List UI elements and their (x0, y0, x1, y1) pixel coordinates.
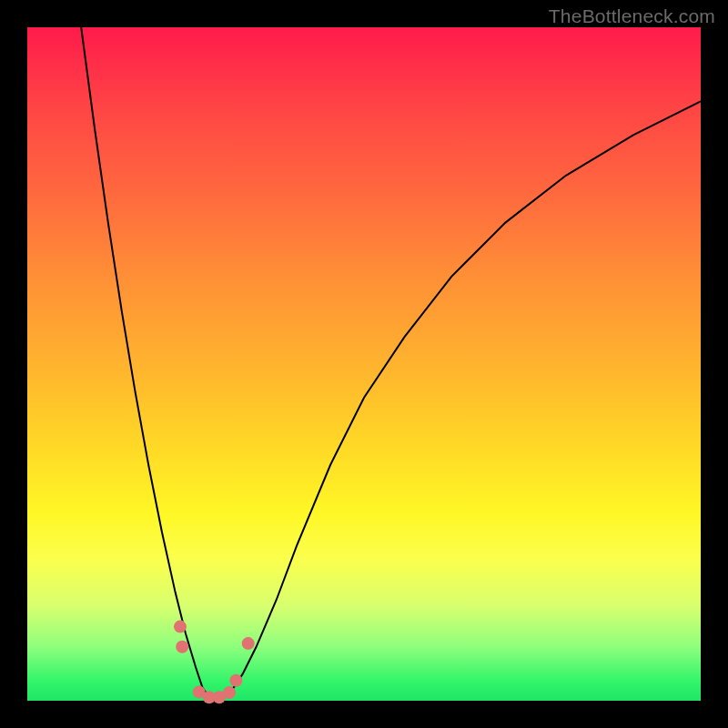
marker-dot (176, 641, 188, 653)
plot-area (27, 27, 701, 701)
watermark-text: TheBottleneck.com (549, 5, 715, 27)
chart-svg (27, 27, 701, 701)
marker-dot (174, 621, 187, 633)
marker-dot (229, 674, 242, 687)
curve-left (81, 27, 216, 701)
marker-dot (242, 637, 255, 650)
curve-right (216, 101, 701, 701)
marker-dot (223, 686, 236, 699)
